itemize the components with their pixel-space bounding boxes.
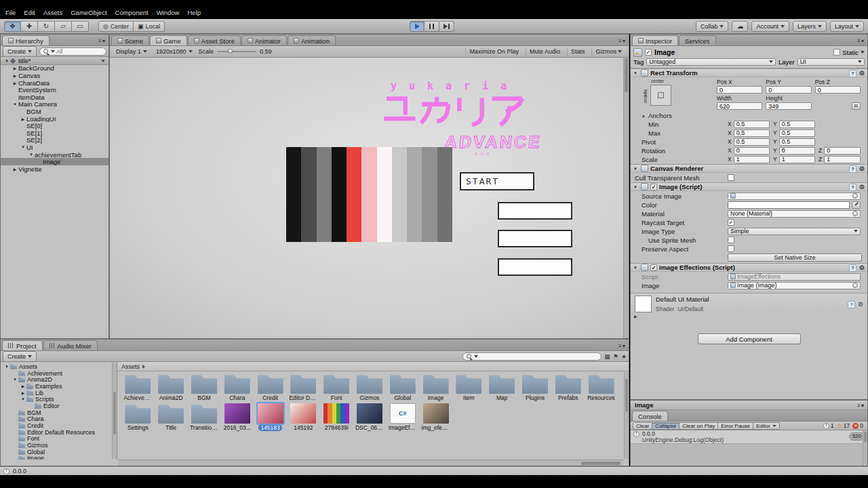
scrollbar-thumb[interactable]: [625, 379, 628, 412]
anchor-preset-widget[interactable]: center middle: [642, 79, 717, 110]
tag-dropdown[interactable]: Untagged: [646, 58, 776, 66]
hierarchy-search-input[interactable]: [56, 48, 103, 55]
anchors-min-x-field[interactable]: 0.5: [734, 121, 770, 128]
expand-arrow-icon[interactable]: ▶: [12, 81, 18, 85]
rotate-tool-button[interactable]: [38, 21, 55, 32]
gameview-tab[interactable]: Game: [150, 35, 187, 45]
preserve-aspect-checkbox[interactable]: [728, 245, 734, 252]
expand-arrow-icon[interactable]: ▶: [12, 167, 18, 171]
game-menu-button-3[interactable]: [498, 258, 572, 276]
project-tree-item[interactable]: Editor Default Resources: [1, 429, 117, 436]
menu-item[interactable]: Component: [111, 7, 153, 18]
effections-image-field[interactable]: Image (Image): [728, 282, 861, 289]
maximize-on-play-button[interactable]: Maximize On Play: [465, 47, 522, 56]
stats-button[interactable]: Stats: [567, 47, 589, 56]
menu-item[interactable]: Assets: [39, 7, 67, 18]
hand-tool-button[interactable]: [4, 21, 21, 32]
pivot-local-button[interactable]: Local: [134, 21, 165, 32]
search-by-type-icon[interactable]: ▦: [604, 353, 610, 360]
project-tree-item[interactable]: Credit: [1, 422, 117, 429]
scale-y-field[interactable]: 1: [779, 156, 815, 163]
asset-item[interactable]: Gizmos: [353, 373, 387, 401]
account-button[interactable]: Account: [751, 21, 789, 32]
search-by-label-icon[interactable]: ⚑: [613, 353, 618, 360]
rotation-y-field[interactable]: 0: [779, 147, 815, 155]
asset-item[interactable]: Title: [155, 403, 188, 431]
game-menu-button-1[interactable]: [498, 202, 572, 220]
help-icon[interactable]: [848, 301, 854, 308]
scrollbar-thumb[interactable]: [625, 58, 628, 92]
expand-arrow-icon[interactable]: ▼: [3, 59, 10, 63]
foldout-arrow-icon[interactable]: ▼: [633, 185, 639, 189]
pos-z-field[interactable]: 0: [815, 86, 861, 94]
preview-foldout-icon[interactable]: [631, 314, 867, 320]
canvas-renderer-header[interactable]: ▼ Canvas Renderer: [631, 164, 867, 173]
project-tree-item[interactable]: Font: [1, 436, 117, 443]
asset-item[interactable]: Settings: [121, 403, 155, 431]
cull-transparent-mesh-checkbox[interactable]: [728, 174, 734, 181]
scrollbar-thumb[interactable]: [864, 432, 867, 443]
gear-icon[interactable]: [859, 165, 865, 172]
hierarchy-item[interactable]: SE[2]: [1, 137, 108, 144]
hierarchy-item[interactable]: ▶ BackGround: [1, 65, 108, 73]
game-menu-button-2[interactable]: [498, 230, 572, 247]
asset-item[interactable]: Image: [419, 373, 452, 401]
console-button[interactable]: Clear: [633, 422, 652, 430]
expand-arrow-icon[interactable]: ▶: [12, 66, 18, 70]
hierarchy-item[interactable]: ▶ Vignette: [1, 165, 108, 173]
hierarchy-item[interactable]: ▼ Main Camera: [1, 101, 108, 108]
rotation-z-field[interactable]: 0: [824, 147, 861, 155]
breadcrumb[interactable]: Assets: [117, 362, 629, 371]
display-select[interactable]: Display 1: [113, 47, 150, 56]
asset-item[interactable]: img_efed...: [419, 403, 452, 431]
create-button[interactable]: Create: [3, 351, 37, 362]
eyedropper-icon[interactable]: [852, 201, 861, 209]
panel-menu-icon[interactable]: [857, 38, 865, 44]
menu-item[interactable]: File: [1, 7, 20, 18]
panel-menu-icon[interactable]: [618, 38, 626, 44]
game-start-button[interactable]: START: [460, 172, 534, 190]
search-filter-caret-icon[interactable]: [51, 50, 55, 53]
object-picker-icon[interactable]: [852, 211, 858, 216]
expand-arrow-icon[interactable]: ▼: [20, 397, 26, 401]
asset-item[interactable]: Item: [452, 373, 486, 401]
gameview-tab[interactable]: Animation: [288, 35, 336, 45]
project-tree-item[interactable]: ▼ Scripts: [1, 396, 117, 403]
asset-item[interactable]: Prefabs: [551, 373, 585, 401]
gear-icon[interactable]: [858, 301, 863, 308]
expand-arrow-icon[interactable]: ▼: [28, 152, 35, 157]
image-component-header[interactable]: ▼ ✓ Image (Script): [631, 182, 867, 191]
pause-button[interactable]: [425, 21, 439, 32]
anchors-max-x-field[interactable]: 0.5: [734, 129, 770, 137]
asset-item[interactable]: Credit: [254, 373, 287, 401]
shader-value[interactable]: UI/Default: [677, 306, 703, 312]
hierarchy-item[interactable]: ▶ Canvas: [1, 72, 108, 79]
pos-x-field[interactable]: 0: [717, 86, 762, 94]
play-button[interactable]: [410, 21, 425, 32]
image-type-dropdown[interactable]: Simple: [728, 228, 861, 235]
project-tab[interactable]: Audio Mixer: [43, 340, 98, 350]
expand-arrow-icon[interactable]: ▶: [12, 73, 18, 78]
expand-arrow-icon[interactable]: ▼: [12, 378, 18, 382]
foldout-arrow-icon[interactable]: ▼: [633, 266, 639, 270]
expand-arrow-icon[interactable]: ▶: [20, 384, 26, 388]
tab-services[interactable]: Services: [679, 35, 715, 45]
menu-item[interactable]: Window: [153, 7, 184, 18]
pos-y-field[interactable]: 0: [766, 86, 811, 94]
add-component-button[interactable]: Add Component: [698, 333, 801, 344]
error-count[interactable]: 0: [852, 422, 863, 429]
step-button[interactable]: [439, 21, 454, 32]
component-enabled-checkbox[interactable]: ✓: [650, 264, 657, 271]
project-tree-item[interactable]: Achievement: [1, 370, 117, 377]
rotation-x-field[interactable]: 0: [734, 147, 770, 155]
console-log-entry[interactable]: 0.0.0 UnityEngine.Debug:Log(Object) 520: [631, 430, 867, 444]
material-swatch[interactable]: [635, 296, 652, 312]
project-tree-item[interactable]: Chara: [1, 416, 117, 423]
hierarchy-item[interactable]: ▼ title*: [1, 58, 108, 65]
cloud-button[interactable]: [732, 21, 748, 32]
static-checkbox[interactable]: [833, 49, 840, 56]
raycast-target-checkbox[interactable]: ✓: [728, 219, 734, 226]
raw-edit-mode-button[interactable]: R: [852, 102, 861, 110]
rect-tool-button[interactable]: [72, 21, 89, 32]
gear-icon[interactable]: [859, 184, 865, 190]
